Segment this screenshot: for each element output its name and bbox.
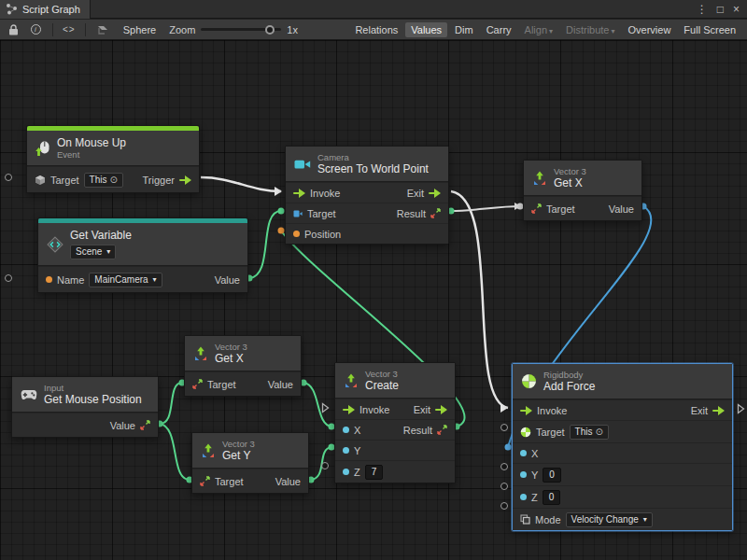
camera-icon	[294, 158, 311, 171]
position-port-dot[interactable]	[293, 231, 300, 237]
x-port-dot[interactable]	[343, 427, 349, 433]
flow-output-arrow[interactable]	[712, 406, 725, 415]
wire-mouse-to-gety[interactable]	[160, 424, 190, 480]
x-port-dot[interactable]	[520, 450, 527, 456]
node-header: Vector 3Get X	[524, 161, 641, 196]
chevron-down-icon: ▾	[106, 245, 110, 259]
vector3-port-icon	[200, 476, 210, 486]
relations-button[interactable]: Relations	[349, 22, 403, 37]
port-addforce-target-input[interactable]	[500, 424, 508, 431]
vector3-port-icon	[140, 420, 150, 430]
port-label-value: Value	[275, 475, 301, 488]
carry-button[interactable]: Carry	[481, 22, 517, 37]
port-getvariable-name-input[interactable]	[5, 274, 12, 282]
graph-toolbar: i <> Sphere Zoom 1x Relations Values Dim…	[0, 20, 747, 40]
name-port-dot[interactable]	[46, 276, 52, 283]
y-value-field[interactable]: 0	[543, 468, 561, 483]
port-mouseup-target-input[interactable]	[5, 174, 12, 181]
chevron-down-icon: ▾	[643, 513, 647, 526]
port-addforce-y-input[interactable]	[500, 463, 508, 470]
distribute-button[interactable]: Distribute▾	[560, 22, 620, 37]
zoom-slider-handle[interactable]	[265, 25, 275, 35]
overview-button[interactable]: Overview	[623, 22, 677, 37]
port-addforce-z-input[interactable]	[500, 483, 508, 490]
node-create-vector3[interactable]: Vector 3Create Invoke Exit X Result	[334, 362, 456, 483]
dim-button[interactable]: Dim	[449, 22, 479, 37]
align-button[interactable]: Align▾	[519, 22, 558, 37]
script-graph-icon	[6, 3, 18, 15]
gamepad-icon	[21, 389, 37, 400]
lock-icon[interactable]	[6, 22, 21, 37]
port-label-target: Target	[536, 426, 565, 439]
values-button[interactable]: Values	[405, 22, 447, 37]
flow-input-arrow[interactable]	[520, 406, 532, 415]
mode-dropdown[interactable]: Velocity Change▾	[566, 512, 653, 527]
node-header: Vector 3Get Y	[192, 433, 308, 469]
port-label-exit: Exit	[407, 187, 424, 200]
node-screen-to-world-point[interactable]: CameraScreen To World Point Invoke Exit …	[285, 146, 449, 245]
row-position: Position	[286, 223, 448, 244]
row-target-value: Target Value	[192, 469, 308, 493]
node-get-y[interactable]: Vector 3Get Y Target Value	[191, 432, 309, 494]
row-target: Target This⊙	[513, 420, 732, 442]
port-label-value: Value	[609, 203, 634, 216]
port-create-z-input[interactable]	[321, 462, 329, 469]
z-value-field[interactable]: 7	[365, 465, 384, 480]
tab-script-graph[interactable]: Script Graph	[0, 0, 91, 19]
wire-exit-to-addforce-invoke[interactable]	[451, 191, 508, 408]
node-add-force[interactable]: RigidbodyAdd Force Invoke Exit Target Th…	[512, 363, 733, 531]
this-target-chip[interactable]: This⊙	[84, 173, 123, 188]
node-get-variable[interactable]: Get Variable Scene▾ Name MainCamera▾ Val…	[37, 217, 248, 293]
self-target-icon: ⊙	[595, 426, 602, 439]
camera-target-icon	[293, 209, 303, 218]
variable-scope-dropdown[interactable]: Scene▾	[70, 245, 116, 259]
code-brackets-icon[interactable]: <>	[63, 24, 76, 35]
port-label-y: Y	[531, 469, 538, 482]
port-create-invoke-triangle[interactable]	[321, 402, 330, 413]
z-port-dot[interactable]	[343, 469, 349, 475]
flow-output-arrow[interactable]	[179, 175, 191, 185]
y-port-dot[interactable]	[343, 447, 349, 454]
port-label-position: Position	[304, 228, 341, 241]
z-port-dot[interactable]	[520, 494, 527, 500]
port-label-result: Result	[403, 424, 432, 437]
flow-output-arrow[interactable]	[435, 405, 447, 414]
node-on-mouse-up[interactable]: On Mouse UpEvent Target This⊙ Trigger	[26, 125, 200, 193]
tab-title: Script Graph	[22, 4, 80, 15]
node-category: Vector 3	[215, 342, 247, 352]
flow-output-arrow[interactable]	[429, 189, 441, 198]
fullscreen-button[interactable]: Full Screen	[678, 22, 741, 37]
y-port-dot[interactable]	[520, 471, 527, 478]
wire-trigger-to-invoke[interactable]	[201, 177, 281, 191]
z-value-field[interactable]: 0	[543, 490, 561, 505]
port-addforce-mode-input[interactable]	[500, 502, 508, 510]
node-category: Vector 3	[365, 369, 399, 379]
maximize-icon[interactable]: □	[717, 3, 724, 16]
variable-name-dropdown[interactable]: MainCamera▾	[89, 273, 162, 287]
toolbar-divider	[52, 23, 53, 36]
row-z: Z 7	[335, 460, 455, 483]
info-icon[interactable]: i	[28, 22, 43, 37]
port-label-name: Name	[57, 273, 84, 287]
node-get-x-top[interactable]: Vector 3Get X Target Value	[523, 160, 642, 221]
node-title: Get X	[215, 352, 247, 365]
port-addforce-exit-triangle[interactable]	[737, 403, 745, 414]
port-label-value: Value	[215, 273, 240, 287]
menu-icon[interactable]: ⋮	[697, 3, 708, 16]
zoom-slider[interactable]	[201, 28, 281, 31]
flow-input-arrow[interactable]	[343, 405, 355, 414]
row-x: X	[513, 442, 732, 463]
node-title: Get X	[554, 176, 586, 189]
wire-variable-to-target[interactable]	[249, 211, 281, 278]
flow-input-arrow[interactable]	[293, 189, 305, 198]
wire-mouse-to-getx[interactable]	[160, 383, 182, 424]
graph-canvas[interactable]: On Mouse UpEvent Target This⊙ Trigger Ca…	[0, 40, 747, 560]
chevron-down-icon: ▾	[153, 273, 157, 287]
node-get-mouse-position[interactable]: InputGet Mouse Position Value	[11, 376, 159, 438]
this-target-chip[interactable]: This⊙	[570, 425, 609, 440]
close-icon[interactable]: ×	[733, 3, 740, 16]
wire-result-to-getx-top[interactable]	[451, 206, 520, 211]
node-category: Camera	[317, 152, 429, 162]
node-title: On Mouse Up	[57, 136, 126, 149]
node-get-x-mid[interactable]: Vector 3Get X Target Value	[184, 335, 302, 397]
